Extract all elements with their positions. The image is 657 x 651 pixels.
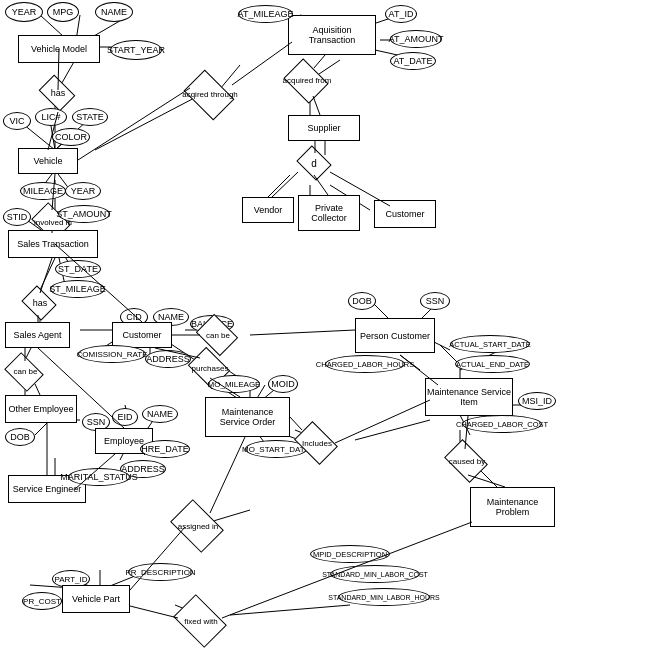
charged-labor-hours-attr: CHARGED_LABOR_HOURS <box>325 355 405 373</box>
customer-supplier-entity: Customer <box>374 200 436 228</box>
d-label: d <box>300 155 328 171</box>
maintenance-service-order-entity: Maintenance Service Order <box>205 397 290 437</box>
fixed-with-label: fixed with <box>170 610 232 632</box>
caused-by-label: caused by <box>440 451 494 471</box>
customer-entity: Customer <box>112 322 172 348</box>
dob-attr-oe: DOB <box>5 428 35 446</box>
at-id-attr: AT_ID <box>385 5 417 23</box>
color-attr: COLOR <box>52 128 90 146</box>
vehicle-part-entity: Vehicle Part <box>62 585 130 613</box>
st-date-attr: ST_DATE <box>55 260 101 278</box>
maintenance-problem-entity: Maintenance Problem <box>470 487 555 527</box>
at-date-attr: AT_DATE <box>390 52 436 70</box>
acquired-through-label: acqired through <box>178 83 242 105</box>
pr-cost-attr: PR_COST <box>22 592 62 610</box>
acquisition-transaction-entity: Aquisition Transaction <box>288 15 376 55</box>
marital-status-attr: MARITAL_STATUS <box>68 468 130 486</box>
has-label-vm: has <box>46 85 70 101</box>
mo-mileage-attr: MO_MILEAGE <box>208 375 260 393</box>
maintenance-service-item-entity: Maintenance Service Item <box>425 378 513 416</box>
svg-line-53 <box>230 605 350 615</box>
person-customer-entity: Person Customer <box>355 318 435 353</box>
mileage-attr: MILEAGE <box>20 182 66 200</box>
year-attr-v: YEAR <box>65 182 101 200</box>
lic-attr: LIC# <box>35 108 67 126</box>
other-employee-entity: Other Employee <box>5 395 77 423</box>
can-be-label-sa: can be <box>3 362 48 380</box>
stid-attr: STID <box>3 208 31 226</box>
assigned-in-label: assigned in <box>166 515 230 537</box>
year-attr: YEAR <box>5 2 43 22</box>
vehicle-model-entity: Vehicle Model <box>18 35 100 63</box>
private-collector-entity: Private Collector <box>298 195 360 231</box>
charged-labor-cost-attr: CHARGED_LABOR_COST <box>462 415 542 433</box>
mpid-desc-attr: MPID_DESCRIPTION <box>310 545 390 563</box>
start-year-attr: START_YEAR <box>110 40 162 60</box>
ssn-attr-pc: SSN <box>420 292 450 310</box>
actual-start-date-attr: ACTUAL_START_DATE <box>450 335 530 353</box>
sales-agent-entity: Sales Agent <box>5 322 70 348</box>
std-min-labor-cost-attr: STANDARD_MIN_LABOR_COST <box>330 565 420 583</box>
dob-attr-pc: DOB <box>348 292 376 310</box>
name-attr-e: NAME <box>142 405 178 423</box>
st-amount-attr: ST_AMOUNT <box>58 205 110 223</box>
eid-attr: EID <box>112 408 138 426</box>
includes-label: Includes <box>290 433 344 453</box>
commission-rate-attr: COMISSION_RATE <box>78 345 146 363</box>
moid-attr: MOID <box>268 375 298 393</box>
vehicle-entity: Vehicle <box>18 148 78 174</box>
pr-desc-attr: PR_DESCRIPTION <box>128 563 193 581</box>
vendor-entity: Vendor <box>242 197 294 223</box>
at-amount-attr: AT_AMOUNT <box>390 30 442 48</box>
at-mileage-attr: AT_MILEAGE <box>238 5 293 23</box>
actual-end-date-attr: ACTUAL_END_DATE <box>455 355 530 373</box>
mpg-attr: MPG <box>47 2 79 22</box>
er-diagram: YEAR MPG NAME Vehicle Model START_YEAR h… <box>0 0 657 651</box>
state-attr: STATE <box>72 108 108 126</box>
hre-date-attr: HRE_DATE <box>140 440 190 458</box>
sales-transaction-entity: Sales Transaction <box>8 230 98 258</box>
supplier-entity: Supplier <box>288 115 360 141</box>
msi-id-attr: MSI_ID <box>518 392 556 410</box>
can-be-label-c: can be <box>193 325 243 345</box>
has-label-st: has <box>20 295 60 311</box>
vic-attr: VIC <box>3 112 31 130</box>
acquired-from-label: acquired from <box>278 68 336 92</box>
std-min-labor-hours-attr: STANDARD_MIN_LABOR_HOURS <box>338 588 430 606</box>
svg-line-36 <box>355 420 430 440</box>
name-attr-vm: NAME <box>95 2 133 22</box>
